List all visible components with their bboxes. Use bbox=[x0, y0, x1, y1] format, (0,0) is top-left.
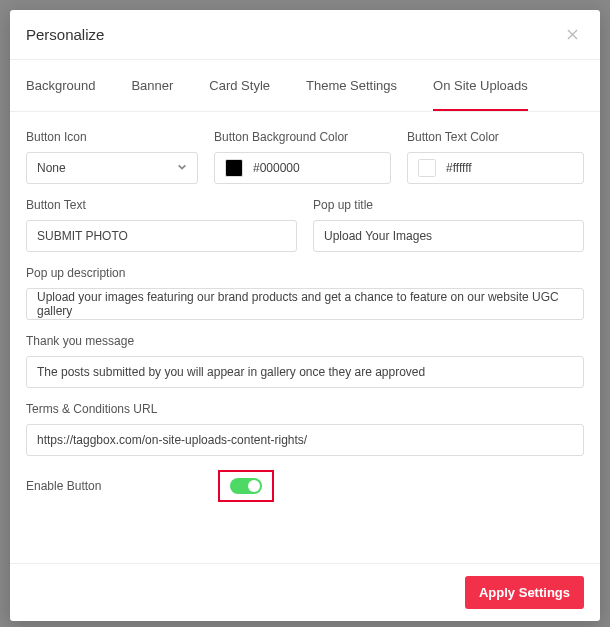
value-button-text-color: #ffffff bbox=[446, 161, 472, 175]
field-thank-you: Thank you message The posts submitted by… bbox=[26, 334, 584, 388]
label-button-text-color: Button Text Color bbox=[407, 130, 584, 144]
modal-header: Personalize bbox=[10, 10, 600, 60]
label-button-bg-color: Button Background Color bbox=[214, 130, 391, 144]
tab-content: Button Icon None Button Background Color… bbox=[10, 112, 600, 563]
tabs: Background Banner Card Style Theme Setti… bbox=[10, 60, 600, 112]
modal-title: Personalize bbox=[26, 26, 104, 43]
label-button-icon: Button Icon bbox=[26, 130, 198, 144]
input-button-bg-color[interactable]: #000000 bbox=[214, 152, 391, 184]
label-thank-you: Thank you message bbox=[26, 334, 584, 348]
field-button-text-color: Button Text Color #ffffff bbox=[407, 130, 584, 184]
field-button-bg-color: Button Background Color #000000 bbox=[214, 130, 391, 184]
input-terms-url[interactable]: https://taggbox.com/on-site-uploads-cont… bbox=[26, 424, 584, 456]
label-enable-button: Enable Button bbox=[26, 479, 218, 493]
input-thank-you[interactable]: The posts submitted by you will appear i… bbox=[26, 356, 584, 388]
input-popup-description[interactable]: Upload your images featuring our brand p… bbox=[26, 288, 584, 320]
field-popup-description: Pop up description Upload your images fe… bbox=[26, 266, 584, 320]
close-button[interactable] bbox=[564, 27, 580, 43]
input-button-text-color[interactable]: #ffffff bbox=[407, 152, 584, 184]
field-enable-button: Enable Button bbox=[26, 470, 584, 502]
input-popup-title[interactable]: Upload Your Images bbox=[313, 220, 584, 252]
personalize-modal: Personalize Background Banner Card Style… bbox=[10, 10, 600, 621]
value-button-bg-color: #000000 bbox=[253, 161, 300, 175]
value-thank-you: The posts submitted by you will appear i… bbox=[37, 365, 425, 379]
tab-background[interactable]: Background bbox=[26, 60, 95, 111]
value-popup-description: Upload your images featuring our brand p… bbox=[37, 290, 573, 318]
tab-theme-settings[interactable]: Theme Settings bbox=[306, 60, 397, 111]
field-popup-title: Pop up title Upload Your Images bbox=[313, 198, 584, 252]
label-button-text: Button Text bbox=[26, 198, 297, 212]
apply-settings-button[interactable]: Apply Settings bbox=[465, 576, 584, 609]
label-popup-title: Pop up title bbox=[313, 198, 584, 212]
field-terms-url: Terms & Conditions URL https://taggbox.c… bbox=[26, 402, 584, 456]
value-terms-url: https://taggbox.com/on-site-uploads-cont… bbox=[37, 433, 307, 447]
field-button-text: Button Text SUBMIT PHOTO bbox=[26, 198, 297, 252]
field-button-icon: Button Icon None bbox=[26, 130, 198, 184]
label-popup-description: Pop up description bbox=[26, 266, 584, 280]
value-button-text: SUBMIT PHOTO bbox=[37, 229, 128, 243]
close-icon bbox=[567, 29, 578, 40]
select-button-icon[interactable]: None bbox=[26, 152, 198, 184]
toggle-enable-button[interactable] bbox=[230, 478, 262, 494]
modal-footer: Apply Settings bbox=[10, 563, 600, 621]
select-button-icon-value: None bbox=[37, 161, 66, 175]
input-button-text[interactable]: SUBMIT PHOTO bbox=[26, 220, 297, 252]
label-terms-url: Terms & Conditions URL bbox=[26, 402, 584, 416]
highlight-enable-button bbox=[218, 470, 274, 502]
tab-on-site-uploads[interactable]: On Site Uploads bbox=[433, 60, 528, 111]
value-popup-title: Upload Your Images bbox=[324, 229, 432, 243]
swatch-button-bg-color bbox=[225, 159, 243, 177]
tab-card-style[interactable]: Card Style bbox=[209, 60, 270, 111]
swatch-button-text-color bbox=[418, 159, 436, 177]
chevron-down-icon bbox=[177, 161, 187, 175]
tab-banner[interactable]: Banner bbox=[131, 60, 173, 111]
